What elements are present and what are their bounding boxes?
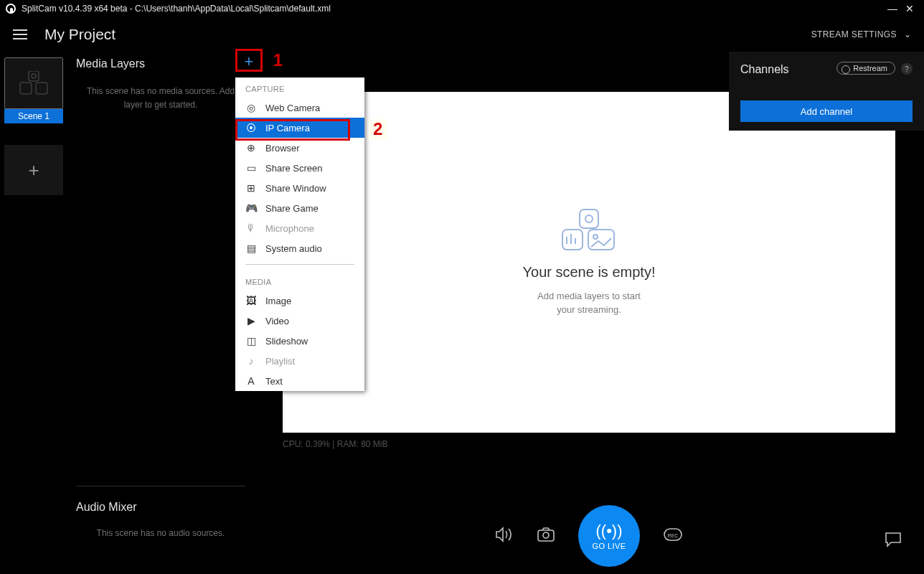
menu-item-browser[interactable]: ⊕Browser	[235, 138, 364, 158]
svg-point-8	[593, 235, 598, 239]
menu-item-web-camera[interactable]: ◎Web Camera	[235, 98, 364, 118]
menu-item-label: Browser	[265, 143, 300, 154]
menu-icon[interactable]	[13, 29, 27, 39]
playlist-icon: ♪	[245, 355, 257, 367]
menu-item-label: System audio	[265, 243, 322, 254]
menu-item-text[interactable]: AText	[235, 371, 364, 391]
empty-scene-icon	[557, 208, 621, 251]
broadcast-icon: ((•))	[595, 522, 622, 540]
channels-panel: Channels Restream ? Add channel	[729, 52, 924, 131]
menu-item-label: Web Camera	[265, 103, 320, 113]
menu-item-share-game[interactable]: 🎮Share Game	[235, 198, 364, 218]
scene-placeholder-icon	[17, 71, 50, 95]
menu-item-label: Share Window	[265, 183, 326, 194]
share-window-icon: ⊞	[245, 182, 257, 194]
add-channel-button[interactable]: Add channel	[740, 100, 913, 122]
menu-item-label: Video	[265, 316, 289, 326]
scene-label[interactable]: Scene 1	[4, 109, 63, 123]
close-button[interactable]: ✕	[901, 3, 918, 14]
text-icon: A	[245, 375, 257, 387]
scene-thumbnail[interactable]	[4, 57, 63, 109]
preview-empty-title: Your scene is empty!	[523, 264, 656, 281]
annotation-label-2: 2	[369, 119, 387, 139]
record-icon[interactable]: REC	[663, 527, 683, 545]
audio-mixer-empty: This scene has no audio sources.	[76, 528, 245, 538]
menu-item-label: Image	[265, 296, 291, 306]
menu-item-label: Playlist	[265, 356, 295, 367]
add-layer-menu: CAPTURE ◎Web Camera⦿IP Camera⊕Browser▭Sh…	[235, 77, 364, 391]
menu-item-label: Share Game	[265, 203, 319, 214]
media-layers-empty: This scene has no media sources. Add lay…	[76, 85, 245, 112]
window-title: SplitCam v10.4.39 x64 beta - C:\Users\th…	[22, 4, 331, 14]
svg-text:REC: REC	[668, 533, 679, 538]
menu-item-share-window[interactable]: ⊞Share Window	[235, 178, 364, 198]
system-audio-icon: ▤	[245, 243, 257, 254]
slideshow-icon: ◫	[245, 335, 257, 347]
share-game-icon: 🎮	[245, 202, 257, 214]
menu-item-share-screen[interactable]: ▭Share Screen	[235, 158, 364, 178]
audio-mixer-heading: Audio Mixer	[76, 501, 245, 514]
menu-section-capture: CAPTURE	[235, 77, 364, 98]
video-icon: ▶	[245, 315, 257, 326]
svg-rect-3	[36, 83, 47, 94]
add-scene-button[interactable]: +	[4, 145, 63, 195]
menu-item-ip-camera[interactable]: ⦿IP Camera	[235, 118, 364, 138]
svg-rect-2	[20, 83, 32, 94]
menu-item-microphone[interactable]: 🎙Microphone	[235, 218, 364, 238]
svg-point-5	[585, 215, 593, 222]
camera-icon[interactable]	[537, 527, 555, 545]
menu-item-label: Microphone	[265, 223, 314, 234]
titlebar: SplitCam v10.4.39 x64 beta - C:\Users\th…	[0, 0, 924, 17]
app-logo-icon	[6, 4, 16, 14]
preview-canvas: Your scene is empty! Add media layers to…	[283, 92, 895, 433]
menu-section-media: MEDIA	[235, 270, 364, 291]
menu-item-slideshow[interactable]: ◫Slideshow	[235, 331, 364, 351]
browser-icon: ⊕	[245, 142, 257, 154]
help-icon[interactable]: ?	[901, 63, 913, 75]
menu-item-video[interactable]: ▶Video	[235, 311, 364, 331]
svg-point-10	[543, 532, 549, 538]
speaker-icon[interactable]	[495, 527, 514, 545]
go-live-button[interactable]: ((•)) GO LIVE	[578, 505, 640, 567]
bottom-controls: ((•)) GO LIVE REC	[254, 505, 924, 567]
menu-item-system-audio[interactable]: ▤System audio	[235, 238, 364, 258]
restream-button[interactable]: Restream	[836, 62, 895, 75]
svg-point-1	[32, 74, 36, 78]
minimize-button[interactable]: —	[884, 3, 901, 14]
menu-item-label: Text	[265, 376, 283, 387]
header: My Project STREAM SETTINGS ⌄	[0, 17, 924, 52]
svg-rect-6	[562, 230, 583, 250]
share-screen-icon: ▭	[245, 162, 257, 174]
menu-item-label: Slideshow	[265, 336, 308, 347]
image-icon: 🖼	[245, 295, 257, 306]
web-camera-icon: ◎	[245, 102, 257, 113]
menu-item-label: IP Camera	[265, 123, 310, 133]
audio-mixer-panel: Audio Mixer This scene has no audio sour…	[76, 486, 245, 538]
media-layers-heading: Media Layers	[76, 57, 245, 70]
microphone-icon: 🎙	[245, 222, 257, 234]
project-title: My Project	[44, 26, 116, 43]
chevron-down-icon[interactable]: ⌄	[904, 29, 911, 39]
svg-rect-4	[580, 210, 598, 228]
svg-rect-0	[29, 71, 39, 81]
media-layers-panel: Media Layers This scene has no media sou…	[67, 52, 254, 574]
ip-camera-icon: ⦿	[245, 122, 257, 133]
menu-item-image[interactable]: 🖼Image	[235, 291, 364, 311]
scenes-column: Scene 1 +	[0, 52, 67, 574]
preview-empty-subtitle: Add media layers to startyour streaming.	[537, 289, 641, 317]
stream-settings-button[interactable]: STREAM SETTINGS	[811, 29, 897, 39]
cpu-ram-status: CPU: 0.39% | RAM: 80 MiB	[283, 439, 388, 449]
menu-item-label: Share Screen	[265, 163, 323, 174]
chat-icon[interactable]	[884, 531, 902, 551]
menu-item-playlist[interactable]: ♪Playlist	[235, 351, 364, 371]
